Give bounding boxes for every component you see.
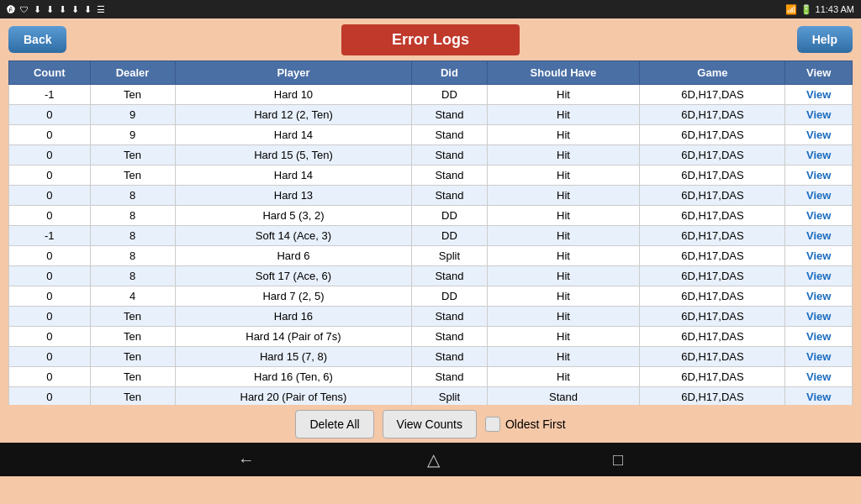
cell-should-have: Hit xyxy=(487,145,640,165)
view-link[interactable]: View xyxy=(806,129,831,141)
table-row: 0TenHard 15 (7, 8)StandHit6D,H17,DASView xyxy=(9,347,853,367)
cell-did: Stand xyxy=(412,105,487,125)
download-icon-3: ⬇ xyxy=(59,4,66,15)
cell-view[interactable]: View xyxy=(785,266,853,286)
view-link[interactable]: View xyxy=(806,350,831,363)
table-row: 08Hard 5 (3, 2)DDHit6D,H17,DASView xyxy=(9,206,853,226)
view-counts-button[interactable]: View Counts xyxy=(383,410,477,438)
col-header-view: View xyxy=(785,61,853,85)
cell-dealer: 8 xyxy=(90,246,175,266)
cell-count: 0 xyxy=(9,387,91,406)
view-link[interactable]: View xyxy=(806,249,831,262)
cell-should-have: Hit xyxy=(487,206,640,226)
cell-should-have: Hit xyxy=(487,246,640,266)
table-row: 0TenHard 16StandHit6D,H17,DASView xyxy=(9,307,853,327)
wifi-icon: 📶 xyxy=(785,4,797,15)
view-link[interactable]: View xyxy=(806,149,831,161)
cell-dealer: Ten xyxy=(90,85,175,105)
cell-count: 0 xyxy=(9,347,91,367)
menu-icon: ☰ xyxy=(97,4,105,15)
status-bar: 🅐 🛡 ⬇ ⬇ ⬇ ⬇ ⬇ ☰ 📶 🔋 11:43 AM xyxy=(0,0,861,18)
cell-did: Stand xyxy=(412,367,487,387)
help-button[interactable]: Help xyxy=(797,26,853,53)
cell-dealer: Ten xyxy=(90,347,175,367)
table-row: -1TenHard 10DDHit6D,H17,DASView xyxy=(9,85,853,105)
cell-view[interactable]: View xyxy=(785,145,853,165)
cell-should-have: Stand xyxy=(487,387,640,406)
cell-view[interactable]: View xyxy=(785,186,853,206)
cell-view[interactable]: View xyxy=(785,327,853,347)
view-link[interactable]: View xyxy=(806,370,831,383)
cell-game: 6D,H17,DAS xyxy=(640,145,785,165)
cell-player: Hard 16 xyxy=(175,307,412,327)
cell-dealer: Ten xyxy=(90,165,175,186)
cell-player: Hard 14 (Pair of 7s) xyxy=(175,327,412,347)
cell-did: DD xyxy=(412,85,487,105)
cell-view[interactable]: View xyxy=(785,165,853,186)
cell-view[interactable]: View xyxy=(785,85,853,105)
view-link[interactable]: View xyxy=(806,189,831,202)
cell-count: -1 xyxy=(9,226,91,246)
home-nav-icon[interactable]: △ xyxy=(427,449,440,470)
view-link[interactable]: View xyxy=(806,290,831,302)
status-bar-left: 🅐 🛡 ⬇ ⬇ ⬇ ⬇ ⬇ ☰ xyxy=(7,4,105,15)
cell-view[interactable]: View xyxy=(785,105,853,125)
view-link[interactable]: View xyxy=(806,330,831,343)
cell-view[interactable]: View xyxy=(785,307,853,327)
cell-dealer: Ten xyxy=(90,367,175,387)
recent-nav-icon[interactable]: □ xyxy=(613,450,623,470)
cell-should-have: Hit xyxy=(487,85,640,105)
cell-player: Soft 17 (Ace, 6) xyxy=(175,266,412,286)
oldest-first-checkbox[interactable] xyxy=(485,417,500,432)
cell-view[interactable]: View xyxy=(785,125,853,145)
cell-count: 0 xyxy=(9,125,91,145)
view-link[interactable]: View xyxy=(806,169,831,181)
cell-view[interactable]: View xyxy=(785,286,853,307)
view-link[interactable]: View xyxy=(806,391,831,403)
table-row: 09Hard 14StandHit6D,H17,DASView xyxy=(9,125,853,145)
cell-count: 0 xyxy=(9,246,91,266)
view-link[interactable]: View xyxy=(806,108,831,121)
cell-dealer: 8 xyxy=(90,206,175,226)
cell-game: 6D,H17,DAS xyxy=(640,387,785,406)
table-row: 0TenHard 15 (5, Ten)StandHit6D,H17,DASVi… xyxy=(9,145,853,165)
cell-player: Hard 16 (Ten, 6) xyxy=(175,367,412,387)
cell-view[interactable]: View xyxy=(785,387,853,406)
delete-all-button[interactable]: Delete All xyxy=(295,410,373,438)
cell-should-have: Hit xyxy=(487,307,640,327)
view-link[interactable]: View xyxy=(806,229,831,242)
cell-view[interactable]: View xyxy=(785,367,853,387)
cell-should-have: Hit xyxy=(487,286,640,307)
view-link[interactable]: View xyxy=(806,270,831,282)
oldest-first-toggle[interactable]: Oldest First xyxy=(485,417,566,432)
back-button[interactable]: Back xyxy=(8,26,66,53)
view-link[interactable]: View xyxy=(806,310,831,323)
cell-did: Split xyxy=(412,387,487,406)
cell-view[interactable]: View xyxy=(785,347,853,367)
page-title: Error Logs xyxy=(341,24,520,55)
cell-player: Hard 20 (Pair of Tens) xyxy=(175,387,412,406)
cell-view[interactable]: View xyxy=(785,206,853,226)
cell-player: Hard 7 (2, 5) xyxy=(175,286,412,307)
cell-game: 6D,H17,DAS xyxy=(640,286,785,307)
view-link[interactable]: View xyxy=(806,209,831,222)
cell-player: Hard 13 xyxy=(175,186,412,206)
cell-game: 6D,H17,DAS xyxy=(640,266,785,286)
error-log-table-container: Count Dealer Player Did Should Have Game… xyxy=(8,60,853,405)
cell-did: Stand xyxy=(412,145,487,165)
cell-should-have: Hit xyxy=(487,367,640,387)
cell-did: DD xyxy=(412,206,487,226)
view-link[interactable]: View xyxy=(806,88,831,101)
table-row: 0TenHard 14 (Pair of 7s)StandHit6D,H17,D… xyxy=(9,327,853,347)
cell-should-have: Hit xyxy=(487,327,640,347)
cell-dealer: 8 xyxy=(90,186,175,206)
cell-did: Stand xyxy=(412,307,487,327)
cell-view[interactable]: View xyxy=(785,226,853,246)
cell-count: 0 xyxy=(9,286,91,307)
cell-count: 0 xyxy=(9,206,91,226)
cell-view[interactable]: View xyxy=(785,246,853,266)
cell-player: Soft 14 (Ace, 3) xyxy=(175,226,412,246)
back-nav-icon[interactable]: ← xyxy=(238,450,255,470)
cell-count: 0 xyxy=(9,367,91,387)
cell-game: 6D,H17,DAS xyxy=(640,327,785,347)
